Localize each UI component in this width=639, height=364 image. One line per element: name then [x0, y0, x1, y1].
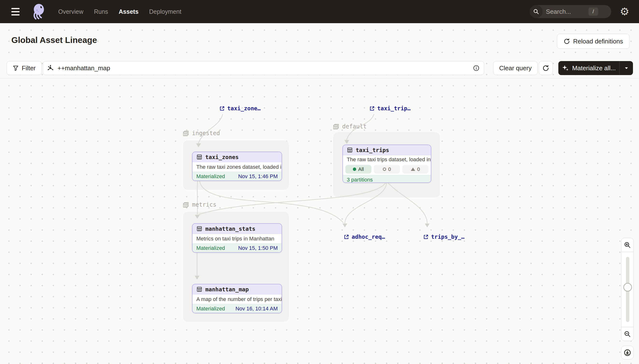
partitions-all-pill[interactable]: All — [345, 165, 371, 174]
asset-description: The raw taxi trips dataset, loaded into … — [343, 155, 431, 164]
asset-node-manhattan-map[interactable]: manhattan_map A map of the number of tri… — [192, 284, 282, 313]
status-badge: Materialized — [196, 306, 225, 312]
asset-title: manhattan_map — [205, 286, 249, 292]
external-link-icon — [344, 234, 349, 240]
nav-item-deployment[interactable]: Deployment — [149, 8, 181, 15]
gear-icon[interactable]: ⚙ — [620, 6, 629, 17]
asset-node-taxi-zones[interactable]: taxi_zones The raw taxi zones dataset, l… — [192, 152, 282, 181]
top-nav-bar: Overview Runs Assets Deployment / ⚙ — [0, 0, 639, 23]
table-icon — [347, 147, 353, 153]
asset-title: taxi_zones — [205, 154, 239, 160]
chevron-down-icon — [624, 66, 629, 70]
ring-icon — [383, 168, 386, 171]
asset-selection-input-box[interactable] — [43, 61, 484, 75]
nav-right-section: / ⚙ — [530, 5, 629, 18]
partitions-count: 3 partitions — [347, 177, 373, 183]
table-icon — [196, 226, 202, 232]
triangle-icon — [411, 168, 415, 171]
search-box[interactable]: / — [530, 5, 611, 18]
refresh-icon — [542, 64, 549, 72]
asset-title: taxi_trips — [356, 147, 389, 153]
group-label-metrics[interactable]: metrics — [183, 201, 216, 208]
external-asset-link-taxi-trip[interactable]: taxi_trip… — [369, 105, 411, 112]
materialize-all-main[interactable]: Materialize all... — [558, 64, 619, 72]
asset-status-footer: Materialized Nov 15, 1:46 PM — [193, 172, 282, 181]
refresh-graph-button[interactable] — [539, 61, 553, 75]
group-label-default[interactable]: default — [333, 123, 367, 130]
asset-node-header: manhattan_stats — [193, 224, 282, 234]
dagster-app: Overview Runs Assets Deployment / ⚙ Glob… — [0, 0, 639, 364]
status-badge: Materialized — [196, 245, 225, 251]
fit-view-icon — [623, 349, 631, 356]
group-tables-icon — [183, 130, 189, 136]
toolbar-divider — [0, 78, 639, 78]
asset-node-taxi-trips[interactable]: taxi_trips The raw taxi trips dataset, l… — [342, 144, 431, 183]
asset-selection-input[interactable] — [58, 64, 473, 72]
status-badge: Materialized — [196, 173, 225, 180]
reload-definitions-button[interactable]: Reload definitions — [557, 34, 629, 49]
table-icon — [196, 154, 202, 160]
search-icon — [530, 5, 543, 18]
asset-description: The raw taxi zones dataset, loaded int..… — [193, 162, 282, 172]
asset-status-footer: Materialized Nov 15, 1:50 PM — [193, 243, 282, 253]
search-shortcut-badge: / — [588, 8, 598, 16]
success-dot-icon — [353, 168, 356, 171]
materialize-all-button[interactable]: Materialize all... — [558, 61, 633, 75]
materialize-dropdown-caret[interactable] — [619, 61, 633, 75]
zoom-slider-thumb[interactable] — [623, 283, 632, 292]
asset-node-header: taxi_trips — [343, 145, 431, 155]
external-link-icon — [423, 234, 429, 240]
asset-status-footer: Materialized Nov 16, 10:14 AM — [193, 304, 282, 313]
asset-partitions-footer: 3 partitions — [343, 175, 431, 183]
materialization-timestamp: Nov 15, 1:46 PM — [238, 173, 278, 180]
external-asset-link-trips-by[interactable]: trips_by_… — [423, 234, 464, 240]
funnel-icon — [13, 65, 19, 71]
clear-query-button[interactable]: Clear query — [493, 61, 537, 75]
zoom-out-button[interactable] — [621, 327, 633, 341]
zoom-in-button[interactable] — [621, 238, 633, 252]
external-link-icon — [369, 106, 375, 111]
zoom-control-panel — [621, 238, 634, 341]
external-asset-link-taxi-zone[interactable]: taxi_zone… — [219, 105, 261, 112]
asset-node-manhattan-stats[interactable]: manhattan_stats Metrics on taxi trips in… — [192, 223, 282, 253]
asset-title: manhattan_stats — [205, 226, 256, 232]
group-tables-icon — [183, 202, 189, 208]
materialization-timestamp: Nov 16, 10:14 AM — [235, 306, 278, 312]
asset-node-header: taxi_zones — [193, 152, 282, 162]
zoom-slider[interactable] — [621, 252, 633, 327]
zoom-out-icon — [624, 330, 631, 338]
asset-node-header: manhattan_map — [193, 284, 282, 294]
sparkle-icon — [562, 64, 569, 72]
table-icon — [196, 286, 202, 292]
asset-description: Metrics on taxi trips in Manhattan — [193, 234, 282, 243]
dagster-logo-icon[interactable] — [31, 3, 47, 20]
nav-item-assets[interactable]: Assets — [119, 8, 139, 15]
asset-description: A map of the number of trips per taxi z.… — [193, 294, 282, 304]
filter-button[interactable]: Filter — [7, 61, 42, 75]
search-input[interactable] — [546, 8, 587, 16]
external-asset-link-adhoc-req[interactable]: adhoc_req… — [344, 234, 385, 240]
primary-nav: Overview Runs Assets Deployment — [58, 8, 181, 15]
partitions-failed-pill[interactable]: 0 — [374, 165, 400, 174]
group-tables-icon — [333, 123, 339, 130]
nav-item-overview[interactable]: Overview — [58, 8, 83, 15]
materialization-timestamp: Nov 15, 1:50 PM — [238, 245, 278, 251]
nav-item-runs[interactable]: Runs — [94, 8, 108, 15]
info-icon[interactable] — [473, 65, 480, 72]
refresh-icon — [563, 38, 570, 45]
partitions-missing-pill[interactable]: 0 — [402, 165, 428, 174]
group-label-ingested[interactable]: ingested — [183, 130, 220, 136]
zoom-to-fit-button[interactable] — [621, 346, 634, 360]
menu-icon[interactable] — [11, 5, 24, 18]
zoom-in-icon — [624, 242, 631, 248]
page-title: Global Asset Lineage — [11, 35, 97, 45]
graph-query-icon — [47, 64, 54, 72]
external-link-icon — [219, 106, 225, 111]
partition-status-row: All 0 0 — [343, 164, 431, 175]
